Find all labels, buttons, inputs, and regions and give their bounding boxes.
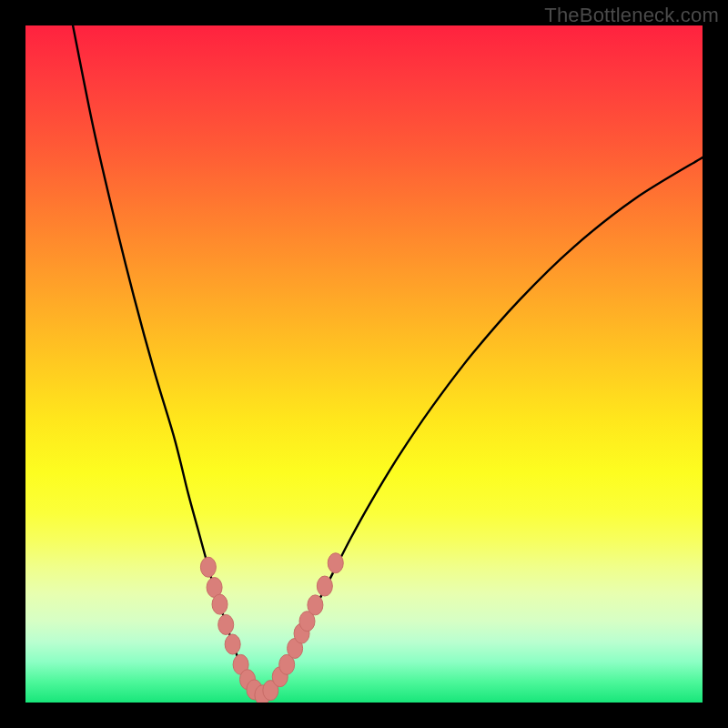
marker-point xyxy=(225,634,240,654)
marker-point xyxy=(328,553,343,573)
marker-point xyxy=(200,557,216,577)
marker-group xyxy=(200,553,343,703)
marker-point xyxy=(212,594,228,614)
curve-left-branch xyxy=(73,25,261,696)
marker-point xyxy=(317,576,332,596)
curve-right-branch xyxy=(261,157,703,695)
marker-point xyxy=(218,614,234,634)
watermark-text: TheBottleneck.com xyxy=(544,4,719,27)
bottleneck-curve-chart xyxy=(25,25,703,703)
marker-point xyxy=(308,595,323,615)
chart-frame: TheBottleneck.com xyxy=(0,0,728,728)
plot-area xyxy=(25,25,703,703)
